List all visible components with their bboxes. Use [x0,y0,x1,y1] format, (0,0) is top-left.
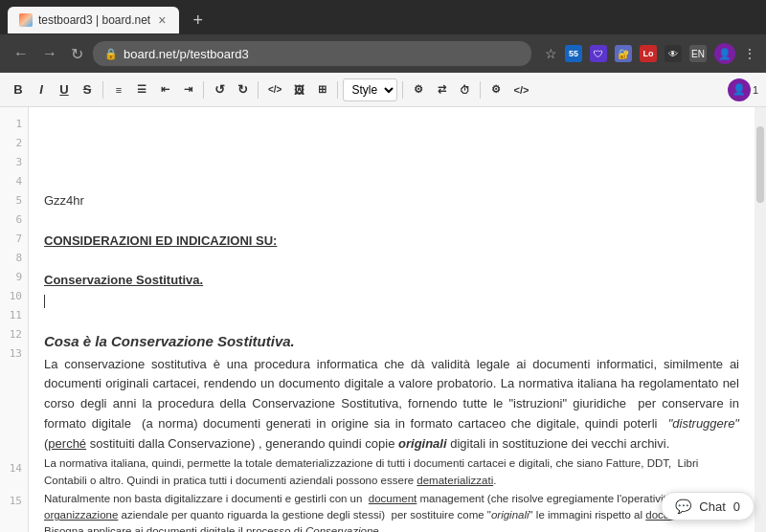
scrollbar[interactable] [755,107,766,532]
arrows-button[interactable]: ⇄ [431,78,452,101]
line-3 [44,153,739,172]
line-13-content: La conservazione sostitutiva è una proce… [44,355,739,454]
line9-text: Conservazione Sostitutiva. [44,273,203,287]
extension-icons: ☆ 55 🛡 🔐 Lo 👁 EN 👤 ⋮ [545,43,756,64]
separator-2 [203,81,204,99]
lastpass-icon[interactable]: Lo [640,45,657,62]
tab-counter-icon[interactable]: 55 [565,45,582,62]
menu-icon[interactable]: ⋮ [743,46,756,61]
line-7-content: CONSIDERAZIONI ED INDICAZIONI SU: [44,232,739,251]
indent-button[interactable]: ⇥ [177,78,198,101]
line-1 [44,115,739,134]
italic-button[interactable]: I [31,78,52,101]
active-tab[interactable]: testboard3 | board.net × [8,7,179,33]
profile-icon[interactable]: 👤 [714,43,735,64]
line-num-5: 5 [0,191,28,211]
line-14-content: La normativa italiana, quindi, permette … [44,455,739,489]
clock-button[interactable]: ⏱ [454,78,475,101]
line-num-14: 14 [0,459,28,492]
address-bar: ← → ↻ 🔒 board.net/p/testboard3 ☆ 55 🛡 🔐 … [0,34,766,73]
chat-button[interactable]: 💬 Chat 0 [661,492,755,521]
back-button[interactable]: ← [10,45,33,62]
star-icon[interactable]: ☆ [545,46,557,61]
chat-label: Chat [699,499,725,514]
counter-badge: 55 [565,45,582,62]
line-6 [44,212,739,232]
ordered-list-button[interactable]: ≡ [108,78,129,101]
line-num-13: 13 [0,344,28,459]
bold-button[interactable]: B [8,78,29,101]
line-num-8: 8 [0,249,28,268]
lock-icon: 🔒 [104,48,118,60]
shield-extension-icon[interactable]: 🛡 [590,45,607,62]
line-num-11: 11 [0,306,28,325]
source-view-button[interactable]: </> [263,78,286,101]
outdent-button[interactable]: ⇤ [154,78,175,101]
editor-container: 1 2 3 4 5 6 7 8 9 10 11 12 13 14 15 16 G… [0,107,766,532]
extra-ext-icon[interactable]: EN [689,45,707,62]
line-num-6: 6 [0,211,28,230]
separator-4 [337,81,338,99]
line7-text: CONSIDERAZIONI ED INDICAZIONI SU: [44,233,277,248]
table-button[interactable]: ⊞ [311,78,332,101]
line-num-3: 3 [0,153,28,172]
line-num-2: 2 [0,134,28,153]
line-num-4: 4 [0,172,28,191]
line12-text: Cosa è la Conservazione Sostitutiva. [44,333,295,349]
line-4 [44,172,739,191]
new-tab-button[interactable]: + [187,11,209,31]
line-num-12: 12 [0,325,28,344]
tab-title: testboard3 | board.net [38,13,150,27]
tab-favicon [19,13,33,27]
line-num-15: 15 [0,492,28,532]
document-link[interactable]: document [369,493,417,504]
line-num-1: 1 [0,115,28,134]
editor-main-content[interactable]: Gzz4hr CONSIDERAZIONI ED INDICAZIONI SU:… [29,107,755,532]
line-15-content: Naturalmente non basta digitalizzare i d… [44,491,739,532]
separator-3 [258,81,259,99]
reload-button[interactable]: ↻ [67,45,87,63]
line-num-9: 9 [0,268,28,287]
url-text: board.net/p/testboard3 [124,47,249,61]
chat-count: 0 [733,499,740,514]
address-input[interactable]: 🔒 board.net/p/testboard3 [93,41,531,66]
line-12-content: Cosa è la Conservazione Sostitutiva. [44,331,739,353]
unordered-list-button[interactable]: ☰ [131,78,152,101]
user-avatar: 👤 [728,78,751,101]
lock-extension-icon[interactable]: 🔐 [615,45,632,62]
line-11 [44,312,739,331]
settings2-button[interactable]: ⚙ [485,78,507,101]
separator-1 [102,81,103,99]
undo-button[interactable]: ↺ [209,78,230,101]
line-8 [44,252,739,271]
code-button[interactable]: </> [508,78,533,101]
underline-button[interactable]: U [54,78,75,101]
line-numbers: 1 2 3 4 5 6 7 8 9 10 11 12 13 14 15 16 [0,107,29,532]
text-cursor [44,295,45,308]
line-9-content: Conservazione Sostitutiva. [44,271,739,290]
line-num-10: 10 [0,287,28,306]
line-10-content [44,292,739,311]
separator-6 [480,81,481,99]
separator-5 [402,81,403,99]
tab-close-button[interactable]: × [156,12,168,28]
style-select[interactable]: Style [343,78,397,101]
line5-text: Gzz4hr [44,193,84,208]
image-button[interactable]: 🖼 [288,78,309,101]
chat-icon: 💬 [675,499,691,514]
redo-button[interactable]: ↻ [232,78,253,101]
ghostery-icon[interactable]: 👁 [665,45,682,62]
line-2 [44,134,739,153]
settings-button[interactable]: ⚙ [408,78,429,101]
scroll-thumb[interactable] [756,126,764,203]
editor-toolbar: B I U S ≡ ☰ ⇤ ⇥ ↺ ↻ </> 🖼 ⊞ Style ⚙ ⇄ ⏱ … [0,73,766,107]
forward-button[interactable]: → [38,45,61,62]
dematerializzati-link[interactable]: dematerializzati [417,475,493,486]
strikethrough-button[interactable]: S [77,78,98,101]
line-num-7: 7 [0,230,28,249]
user-count: 1 [753,84,758,96]
line-5-content: Gzz4hr [44,191,739,211]
